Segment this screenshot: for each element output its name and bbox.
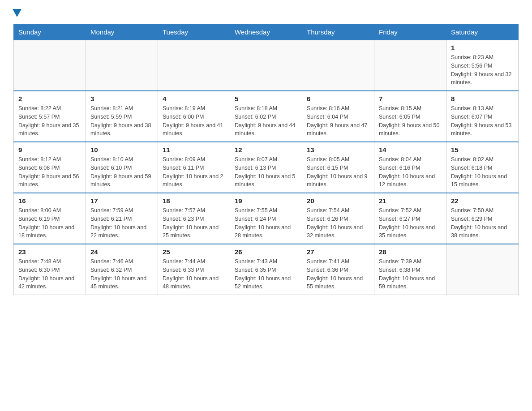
day-of-week-header: Monday xyxy=(86,25,158,40)
calendar-cell: 11Sunrise: 8:09 AM Sunset: 6:11 PM Dayli… xyxy=(158,142,230,193)
calendar-cell: 20Sunrise: 7:54 AM Sunset: 6:26 PM Dayli… xyxy=(302,193,374,244)
day-info: Sunrise: 7:39 AM Sunset: 6:38 PM Dayligh… xyxy=(379,257,442,291)
calendar-cell: 14Sunrise: 8:04 AM Sunset: 6:16 PM Dayli… xyxy=(374,142,446,193)
day-info: Sunrise: 8:12 AM Sunset: 6:08 PM Dayligh… xyxy=(18,155,81,189)
day-of-week-header: Saturday xyxy=(446,25,519,40)
day-info: Sunrise: 8:16 AM Sunset: 6:04 PM Dayligh… xyxy=(307,104,369,138)
day-info: Sunrise: 7:55 AM Sunset: 6:24 PM Dayligh… xyxy=(235,206,297,240)
day-info: Sunrise: 7:57 AM Sunset: 6:23 PM Dayligh… xyxy=(163,206,225,240)
day-info: Sunrise: 8:07 AM Sunset: 6:13 PM Dayligh… xyxy=(235,155,297,189)
day-info: Sunrise: 7:44 AM Sunset: 6:33 PM Dayligh… xyxy=(163,257,225,291)
day-info: Sunrise: 7:52 AM Sunset: 6:27 PM Dayligh… xyxy=(379,206,442,240)
day-number: 19 xyxy=(235,197,297,205)
day-number: 13 xyxy=(307,146,369,154)
calendar-cell: 28Sunrise: 7:39 AM Sunset: 6:38 PM Dayli… xyxy=(374,244,446,295)
day-number: 26 xyxy=(235,248,297,256)
day-info: Sunrise: 8:15 AM Sunset: 6:05 PM Dayligh… xyxy=(379,104,442,138)
day-info: Sunrise: 7:54 AM Sunset: 6:26 PM Dayligh… xyxy=(307,206,369,240)
day-number: 6 xyxy=(307,95,369,103)
day-info: Sunrise: 8:22 AM Sunset: 5:57 PM Dayligh… xyxy=(18,104,81,138)
day-info: Sunrise: 8:18 AM Sunset: 6:02 PM Dayligh… xyxy=(235,104,297,138)
day-number: 8 xyxy=(451,95,514,103)
calendar-cell: 19Sunrise: 7:55 AM Sunset: 6:24 PM Dayli… xyxy=(230,193,302,244)
day-of-week-header: Tuesday xyxy=(158,25,230,40)
day-info: Sunrise: 7:48 AM Sunset: 6:30 PM Dayligh… xyxy=(18,257,81,291)
day-number: 14 xyxy=(379,146,442,154)
calendar-cell: 26Sunrise: 7:43 AM Sunset: 6:35 PM Dayli… xyxy=(230,244,302,295)
day-info: Sunrise: 7:46 AM Sunset: 6:32 PM Dayligh… xyxy=(90,257,153,291)
calendar-cell: 2Sunrise: 8:22 AM Sunset: 5:57 PM Daylig… xyxy=(14,91,86,142)
logo xyxy=(13,9,21,20)
calendar-cell: 1Sunrise: 8:23 AM Sunset: 5:56 PM Daylig… xyxy=(446,40,519,91)
calendar-cell: 17Sunrise: 7:59 AM Sunset: 6:21 PM Dayli… xyxy=(86,193,158,244)
calendar-cell: 8Sunrise: 8:13 AM Sunset: 6:07 PM Daylig… xyxy=(446,91,519,142)
logo-triangle-icon xyxy=(13,9,21,17)
calendar-cell: 6Sunrise: 8:16 AM Sunset: 6:04 PM Daylig… xyxy=(302,91,374,142)
day-of-week-header: Thursday xyxy=(302,25,374,40)
calendar-cell xyxy=(14,40,86,91)
day-of-week-header: Wednesday xyxy=(230,25,302,40)
week-row: 23Sunrise: 7:48 AM Sunset: 6:30 PM Dayli… xyxy=(14,244,519,295)
day-number: 17 xyxy=(90,197,153,205)
week-row: 9Sunrise: 8:12 AM Sunset: 6:08 PM Daylig… xyxy=(14,142,519,193)
day-info: Sunrise: 8:05 AM Sunset: 6:15 PM Dayligh… xyxy=(307,155,369,189)
day-info: Sunrise: 8:13 AM Sunset: 6:07 PM Dayligh… xyxy=(451,104,514,138)
day-number: 24 xyxy=(90,248,153,256)
day-number: 10 xyxy=(90,146,153,154)
page-header xyxy=(13,9,519,20)
calendar-cell: 13Sunrise: 8:05 AM Sunset: 6:15 PM Dayli… xyxy=(302,142,374,193)
day-info: Sunrise: 7:41 AM Sunset: 6:36 PM Dayligh… xyxy=(307,257,369,291)
day-info: Sunrise: 8:10 AM Sunset: 6:10 PM Dayligh… xyxy=(90,155,153,189)
calendar-cell xyxy=(374,40,446,91)
day-number: 5 xyxy=(235,95,297,103)
day-info: Sunrise: 8:23 AM Sunset: 5:56 PM Dayligh… xyxy=(451,53,514,87)
calendar-header-row: SundayMondayTuesdayWednesdayThursdayFrid… xyxy=(14,25,519,40)
day-number: 28 xyxy=(379,248,442,256)
day-number: 25 xyxy=(163,248,225,256)
day-number: 18 xyxy=(163,197,225,205)
calendar-cell: 9Sunrise: 8:12 AM Sunset: 6:08 PM Daylig… xyxy=(14,142,86,193)
day-info: Sunrise: 8:02 AM Sunset: 6:18 PM Dayligh… xyxy=(451,155,514,189)
day-number: 7 xyxy=(379,95,442,103)
day-number: 23 xyxy=(18,248,81,256)
day-number: 27 xyxy=(307,248,369,256)
day-number: 4 xyxy=(163,95,225,103)
day-info: Sunrise: 7:50 AM Sunset: 6:29 PM Dayligh… xyxy=(451,206,514,240)
day-number: 21 xyxy=(379,197,442,205)
calendar-cell xyxy=(230,40,302,91)
day-of-week-header: Friday xyxy=(374,25,446,40)
calendar-cell: 18Sunrise: 7:57 AM Sunset: 6:23 PM Dayli… xyxy=(158,193,230,244)
day-number: 20 xyxy=(307,197,369,205)
week-row: 16Sunrise: 8:00 AM Sunset: 6:19 PM Dayli… xyxy=(14,193,519,244)
calendar-cell: 4Sunrise: 8:19 AM Sunset: 6:00 PM Daylig… xyxy=(158,91,230,142)
day-info: Sunrise: 8:00 AM Sunset: 6:19 PM Dayligh… xyxy=(18,206,81,240)
day-info: Sunrise: 8:09 AM Sunset: 6:11 PM Dayligh… xyxy=(163,155,225,189)
calendar-cell: 22Sunrise: 7:50 AM Sunset: 6:29 PM Dayli… xyxy=(446,193,519,244)
day-info: Sunrise: 8:21 AM Sunset: 5:59 PM Dayligh… xyxy=(90,104,153,138)
calendar-cell: 16Sunrise: 8:00 AM Sunset: 6:19 PM Dayli… xyxy=(14,193,86,244)
calendar-cell: 15Sunrise: 8:02 AM Sunset: 6:18 PM Dayli… xyxy=(446,142,519,193)
calendar-cell xyxy=(302,40,374,91)
day-info: Sunrise: 8:19 AM Sunset: 6:00 PM Dayligh… xyxy=(163,104,225,138)
day-number: 1 xyxy=(451,44,514,51)
calendar-cell: 23Sunrise: 7:48 AM Sunset: 6:30 PM Dayli… xyxy=(14,244,86,295)
calendar-cell: 7Sunrise: 8:15 AM Sunset: 6:05 PM Daylig… xyxy=(374,91,446,142)
week-row: 2Sunrise: 8:22 AM Sunset: 5:57 PM Daylig… xyxy=(14,91,519,142)
day-number: 2 xyxy=(18,95,81,103)
calendar-cell xyxy=(446,244,519,295)
day-number: 9 xyxy=(18,146,81,154)
calendar-cell: 21Sunrise: 7:52 AM Sunset: 6:27 PM Dayli… xyxy=(374,193,446,244)
calendar-cell: 24Sunrise: 7:46 AM Sunset: 6:32 PM Dayli… xyxy=(86,244,158,295)
calendar-cell xyxy=(86,40,158,91)
calendar-cell xyxy=(158,40,230,91)
week-row: 1Sunrise: 8:23 AM Sunset: 5:56 PM Daylig… xyxy=(14,40,519,91)
day-number: 15 xyxy=(451,146,514,154)
day-number: 22 xyxy=(451,197,514,205)
calendar-cell: 25Sunrise: 7:44 AM Sunset: 6:33 PM Dayli… xyxy=(158,244,230,295)
day-info: Sunrise: 7:43 AM Sunset: 6:35 PM Dayligh… xyxy=(235,257,297,291)
calendar-cell: 27Sunrise: 7:41 AM Sunset: 6:36 PM Dayli… xyxy=(302,244,374,295)
day-number: 12 xyxy=(235,146,297,154)
day-of-week-header: Sunday xyxy=(14,25,86,40)
day-info: Sunrise: 8:04 AM Sunset: 6:16 PM Dayligh… xyxy=(379,155,442,189)
day-number: 11 xyxy=(163,146,225,154)
